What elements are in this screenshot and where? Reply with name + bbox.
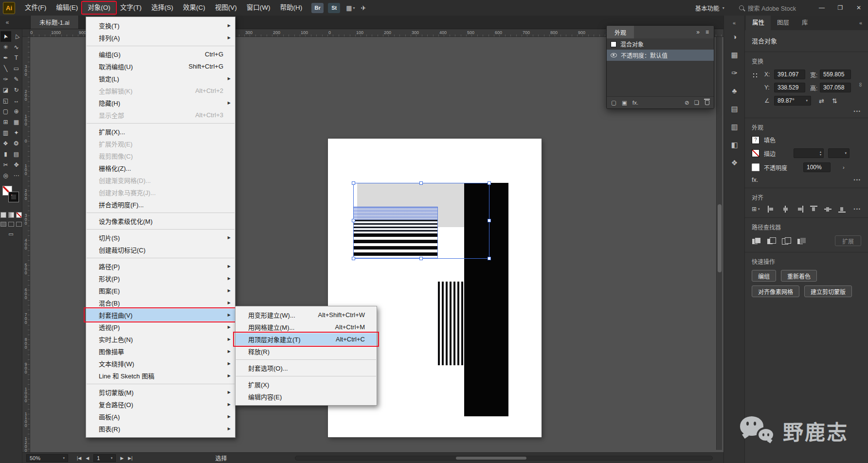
new-fill-icon[interactable]: ▣ bbox=[622, 99, 627, 106]
swatches-panel-icon[interactable]: ▦ bbox=[724, 46, 745, 64]
new-stroke-icon[interactable]: ▢ bbox=[611, 99, 616, 106]
stroke-panel-icon[interactable]: ▤ bbox=[724, 100, 745, 118]
eyedropper-tool[interactable]: ✦ bbox=[11, 127, 22, 138]
previous-artboard-button[interactable]: ◀ bbox=[86, 456, 89, 461]
menubar-item[interactable]: 选择(S) bbox=[146, 0, 178, 16]
menu-item[interactable]: 扩展(X)... bbox=[86, 125, 235, 138]
more-options-icon[interactable]: ••• bbox=[854, 178, 861, 182]
first-artboard-button[interactable]: |◀ bbox=[77, 456, 81, 461]
menu-item[interactable]: 复合路径(O)▶ bbox=[86, 398, 235, 410]
collapse-panel-icon[interactable]: » bbox=[696, 29, 700, 36]
stroke-swatch[interactable] bbox=[752, 149, 760, 157]
menubar-item[interactable]: 对象(O) bbox=[83, 0, 115, 16]
menu-item[interactable]: 变换(T)▶ bbox=[86, 19, 235, 32]
menubar-item[interactable]: 帮助(H) bbox=[275, 0, 307, 16]
collapse-toolbar-icon[interactable]: « bbox=[0, 19, 15, 26]
hand-tool[interactable]: ✥ bbox=[11, 160, 22, 170]
quick-action-button[interactable]: 重新着色 bbox=[781, 270, 817, 282]
menu-item[interactable]: 封套选项(O)... bbox=[235, 362, 377, 374]
menu-item[interactable]: 剪切蒙版(M)▶ bbox=[86, 386, 235, 398]
visibility-eye-icon[interactable] bbox=[611, 53, 617, 57]
stroke-weight-dropdown[interactable]: ▾ bbox=[828, 148, 850, 158]
minimize-button[interactable]: — bbox=[813, 0, 831, 16]
selection-handle[interactable] bbox=[419, 257, 423, 260]
rectangle-tool[interactable]: ▭ bbox=[11, 63, 22, 74]
eraser-tool[interactable]: ◪ bbox=[0, 85, 11, 95]
menu-item[interactable]: 图案(E)▶ bbox=[86, 285, 235, 297]
menu-item[interactable]: 排列(A)▶ bbox=[86, 32, 235, 44]
screen-mode-button[interactable]: ▭ bbox=[0, 231, 22, 237]
selection-handle[interactable] bbox=[352, 257, 355, 260]
blend-tool[interactable]: ❖ bbox=[0, 138, 11, 149]
selection-handle[interactable] bbox=[419, 181, 423, 185]
flip-vertical-icon[interactable]: ⇅ bbox=[832, 97, 837, 105]
appearance-panel-tab[interactable]: 外观 bbox=[607, 26, 634, 38]
symbol-sprayer-tool[interactable]: ❂ bbox=[11, 138, 22, 149]
ruler-origin-corner[interactable] bbox=[22, 29, 30, 37]
menubar-item[interactable]: 效果(C) bbox=[178, 0, 210, 16]
gradient-tool[interactable]: ▥ bbox=[0, 127, 11, 138]
menu-item[interactable]: 扩展(X) bbox=[235, 378, 377, 391]
menu-item[interactable]: 图表(R)▶ bbox=[86, 423, 235, 435]
perspective-grid-tool[interactable]: ⊞ bbox=[0, 117, 11, 127]
draw-normal-icon[interactable] bbox=[0, 222, 6, 227]
stroke-color-swatch[interactable] bbox=[9, 192, 18, 202]
column-graph-tool[interactable]: ▮ bbox=[0, 149, 11, 160]
appearance-row[interactable]: 不透明度：默认值 bbox=[607, 50, 714, 61]
menu-item[interactable]: 文本绕排(W)▶ bbox=[86, 357, 235, 370]
pathfinder-intersect-icon[interactable] bbox=[782, 237, 791, 245]
panel-menu-icon[interactable]: ≡ bbox=[705, 29, 709, 36]
color-button[interactable] bbox=[0, 212, 6, 218]
menu-item[interactable]: 拼合透明度(F)... bbox=[86, 198, 235, 211]
stepper-down-icon[interactable]: ▾ bbox=[820, 153, 821, 156]
draw-behind-icon[interactable] bbox=[8, 222, 14, 227]
zoom-level-dropdown[interactable]: 50% ▾ bbox=[26, 454, 68, 462]
opacity-input[interactable]: 100% bbox=[803, 162, 831, 172]
menu-item[interactable]: 画板(A)▶ bbox=[86, 410, 235, 423]
constrain-proportions-icon[interactable]: ∞ bbox=[858, 83, 865, 87]
horizontal-scrollbar[interactable] bbox=[295, 456, 713, 461]
selection-handle[interactable] bbox=[488, 181, 491, 185]
more-options-icon[interactable]: ••• bbox=[752, 109, 861, 114]
menu-item[interactable]: 形状(P)▶ bbox=[86, 272, 235, 285]
menu-item[interactable]: 透视(P)▶ bbox=[86, 321, 235, 333]
fx-button[interactable]: fx. bbox=[752, 177, 758, 183]
selection-tool[interactable]: ➤ bbox=[0, 31, 11, 42]
paintbrush-tool[interactable]: ✑ bbox=[0, 74, 11, 85]
color-panel-icon[interactable]: ◑ bbox=[724, 28, 745, 46]
selection-handle[interactable] bbox=[488, 257, 491, 260]
scale-tool[interactable]: ◱ bbox=[0, 95, 11, 106]
edit-toolbar-tool[interactable]: ⋯ bbox=[11, 170, 22, 181]
shape-builder-tool[interactable]: ⊕ bbox=[11, 106, 22, 117]
align-left-icon[interactable] bbox=[768, 206, 775, 213]
duplicate-item-icon[interactable]: ❏ bbox=[694, 99, 699, 106]
y-input[interactable]: 338.529 bbox=[774, 83, 805, 92]
vertical-scrollbar-thumb[interactable] bbox=[718, 204, 722, 272]
quick-action-button[interactable]: 编组 bbox=[752, 270, 776, 282]
direct-selection-tool[interactable]: ▷ bbox=[11, 31, 22, 42]
last-artboard-button[interactable]: ▶| bbox=[128, 456, 132, 461]
menubar-item[interactable]: 窗口(W) bbox=[242, 0, 275, 16]
menu-item[interactable]: 实时上色(N)▶ bbox=[86, 333, 235, 345]
menu-item[interactable]: 编组(G)Ctrl+G bbox=[86, 48, 235, 60]
tab-属性[interactable]: 属性 bbox=[746, 16, 771, 30]
opacity-swatch[interactable] bbox=[752, 163, 760, 171]
zoom-tool[interactable]: ◎ bbox=[0, 170, 11, 181]
tab-图层[interactable]: 图层 bbox=[771, 16, 796, 30]
selection-handle[interactable] bbox=[352, 181, 355, 185]
opacity-panel-arrow-icon[interactable]: › bbox=[843, 164, 845, 170]
menubar-item[interactable]: 视图(V) bbox=[210, 0, 242, 16]
rotation-input[interactable]: 89.87° ▾ bbox=[774, 96, 811, 106]
menu-item[interactable]: 图像描摹▶ bbox=[86, 345, 235, 357]
align-top-icon[interactable] bbox=[810, 206, 817, 213]
menu-item[interactable]: 释放(R) bbox=[235, 345, 377, 357]
menubar-item[interactable]: 文字(T) bbox=[115, 0, 146, 16]
quick-action-button[interactable]: 对齐像素网格 bbox=[752, 285, 799, 297]
quick-action-button[interactable]: 建立剪切蒙版 bbox=[804, 285, 852, 297]
fill-swatch[interactable]: ? bbox=[752, 136, 760, 144]
type-tool[interactable]: T bbox=[11, 53, 22, 63]
selection-handle[interactable] bbox=[352, 219, 355, 222]
menu-item[interactable]: 封套扭曲(V)▶ bbox=[86, 309, 235, 321]
x-input[interactable]: 391.097 bbox=[774, 70, 805, 79]
draw-inside-icon[interactable] bbox=[16, 222, 22, 227]
